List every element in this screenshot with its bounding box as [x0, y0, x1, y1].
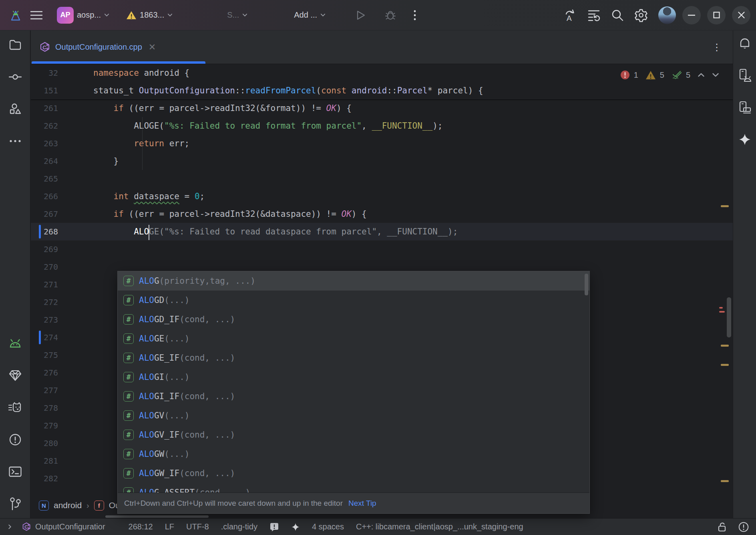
- line-number[interactable]: 267: [31, 209, 64, 219]
- minimize-button[interactable]: [682, 6, 701, 24]
- next-tip-link[interactable]: Next Tip: [348, 499, 376, 508]
- code-line-269[interactable]: 269: [31, 240, 733, 258]
- code-line-265[interactable]: 265: [31, 170, 733, 188]
- terminal-tool-button[interactable]: [6, 463, 24, 480]
- next-problem-icon[interactable]: [712, 71, 719, 79]
- completion-item-alogw_if[interactable]: #ALOGW_IF(cond, ...): [118, 464, 589, 483]
- code-line-263[interactable]: 263 return err;: [31, 135, 733, 152]
- run-button[interactable]: [351, 7, 370, 24]
- completion-item-alogv_if[interactable]: #ALOGV_IF(cond, ...): [118, 425, 589, 444]
- profiler-tool-button[interactable]: [6, 399, 24, 416]
- code-line-151[interactable]: 151status_t OutputConfiguration::readFro…: [31, 82, 733, 99]
- maximize-button[interactable]: [707, 6, 726, 24]
- close-button[interactable]: [732, 6, 750, 24]
- line-number[interactable]: 270: [31, 262, 64, 272]
- vcs-branch-widget[interactable]: 1863...: [122, 7, 177, 23]
- running-devices-tool-button[interactable]: [736, 99, 754, 116]
- line-number[interactable]: 263: [31, 139, 64, 148]
- line-separator[interactable]: LF: [165, 522, 174, 531]
- more-tool-windows-button[interactable]: [6, 132, 24, 150]
- completion-item-alogd[interactable]: #ALOGD(...): [118, 291, 589, 310]
- completion-item-alog_assert[interactable]: #ALOG_ASSERT(cond, ...): [118, 483, 589, 493]
- completion-item-alogw[interactable]: #ALOGW(...): [118, 444, 589, 464]
- run-configuration-selector[interactable]: Add ...: [290, 7, 330, 23]
- line-number[interactable]: 281: [31, 456, 64, 466]
- editor-scrollbar-thumb[interactable]: [727, 297, 731, 337]
- settings-button[interactable]: [634, 8, 648, 22]
- completion-item-aloge_if[interactable]: #ALOGE_IF(cond, ...): [118, 348, 589, 367]
- status-expand-button[interactable]: [7, 524, 12, 529]
- local-history-button[interactable]: [587, 9, 601, 22]
- notifications-button[interactable]: [736, 34, 754, 52]
- line-number[interactable]: 276: [31, 368, 64, 378]
- breadcrumb-namespace[interactable]: android: [54, 501, 82, 510]
- debug-button[interactable]: [381, 6, 400, 24]
- clang-tidy-widget[interactable]: .clang-tidy: [221, 522, 257, 531]
- indent-widget[interactable]: 4 spaces: [312, 522, 344, 531]
- device-manager-tool-button[interactable]: [736, 67, 754, 84]
- line-number[interactable]: 273: [31, 315, 64, 325]
- code-line-264[interactable]: 264 }: [31, 152, 733, 170]
- code-editor[interactable]: 32namespace android {151status_t OutputC…: [31, 64, 733, 518]
- problems-tool-button[interactable]: [6, 431, 24, 448]
- reader-mode-button[interactable]: [269, 522, 279, 532]
- code-line-261[interactable]: 261 if ((err = parcel->readInt32(&format…: [31, 99, 733, 117]
- line-number[interactable]: 278: [31, 403, 64, 413]
- code-line-262[interactable]: 262 ALOGE("%s: Failed to read format fro…: [31, 117, 733, 135]
- line-number[interactable]: 268: [31, 227, 64, 236]
- code-line-268[interactable]: 268 ALOGE("%s: Failed to read dataspace …: [31, 223, 733, 240]
- popup-scrollbar-thumb[interactable]: [585, 274, 588, 295]
- error-stripe[interactable]: [719, 64, 731, 518]
- code-line-266[interactable]: 266 int dataspace = 0;: [31, 188, 733, 205]
- ai-status-button[interactable]: [291, 523, 300, 531]
- main-menu-button[interactable]: [26, 8, 46, 23]
- completion-list[interactable]: #ALOG(priority,tag, ...)#ALOGD(...)#ALOG…: [118, 271, 589, 493]
- structure-tool-button[interactable]: [6, 100, 24, 118]
- project-tool-button[interactable]: [6, 36, 24, 54]
- line-number[interactable]: 274: [31, 333, 64, 342]
- caret-position[interactable]: 268:12: [129, 522, 153, 531]
- completion-item-alog[interactable]: #ALOG(priority,tag, ...): [118, 271, 589, 291]
- completion-popup[interactable]: #ALOG(priority,tag, ...)#ALOGD(...)#ALOG…: [117, 271, 590, 514]
- tab-outputconfiguration[interactable]: C OutputConfiguration.cpp ✕: [31, 30, 167, 64]
- line-number[interactable]: 264: [31, 156, 64, 166]
- more-run-actions-button[interactable]: [410, 7, 420, 24]
- line-number[interactable]: 266: [31, 192, 64, 201]
- file-encoding[interactable]: UTF-8: [186, 522, 209, 531]
- code-line-267[interactable]: 267 if ((err = parcel->readInt32(&datasp…: [31, 205, 733, 223]
- commit-tool-button[interactable]: [6, 68, 24, 86]
- completion-item-alogi_if[interactable]: #ALOGI_IF(cond, ...): [118, 387, 589, 406]
- line-number[interactable]: 269: [31, 244, 64, 254]
- line-number[interactable]: 32: [31, 68, 64, 78]
- line-number[interactable]: 275: [31, 350, 64, 360]
- device-selector[interactable]: S...: [223, 7, 251, 23]
- line-number[interactable]: 282: [31, 474, 64, 483]
- ai-rename-button[interactable]: A: [563, 8, 577, 22]
- line-number[interactable]: 271: [31, 280, 64, 289]
- line-number[interactable]: 261: [31, 103, 64, 113]
- line-number[interactable]: 265: [31, 174, 64, 184]
- gemini-tool-button[interactable]: [736, 131, 754, 148]
- avatar[interactable]: [658, 6, 676, 24]
- completion-item-aloge[interactable]: #ALOGE(...): [118, 329, 589, 348]
- app-quality-insights-tool-button[interactable]: [6, 367, 24, 384]
- tab-close-icon[interactable]: ✕: [147, 42, 157, 52]
- line-number[interactable]: 272: [31, 297, 64, 307]
- previous-problem-icon[interactable]: [698, 71, 705, 79]
- line-number[interactable]: 262: [31, 121, 64, 131]
- horizontal-scrollbar-thumb[interactable]: [105, 515, 209, 518]
- status-file-widget[interactable]: C OutputConfiguratior: [22, 522, 105, 532]
- lock-status-button[interactable]: [718, 522, 726, 532]
- completion-item-alogv[interactable]: #ALOGV(...): [118, 406, 589, 425]
- version-control-tool-button[interactable]: [6, 495, 24, 513]
- line-number[interactable]: 280: [31, 438, 64, 448]
- line-number[interactable]: 277: [31, 386, 64, 395]
- search-everywhere-button[interactable]: [611, 9, 624, 22]
- toolchain-widget[interactable]: C++: libcamera_client|aosp_...unk_stagin…: [356, 522, 523, 531]
- completion-item-alogi[interactable]: #ALOGI(...): [118, 367, 589, 387]
- logcat-tool-button[interactable]: [6, 335, 24, 352]
- line-number[interactable]: 151: [31, 86, 64, 95]
- inspections-widget[interactable]: 1 5 5: [620, 70, 719, 80]
- completion-item-alogd_if[interactable]: #ALOGD_IF(cond, ...): [118, 310, 589, 329]
- highlight-level-button[interactable]: [738, 522, 749, 532]
